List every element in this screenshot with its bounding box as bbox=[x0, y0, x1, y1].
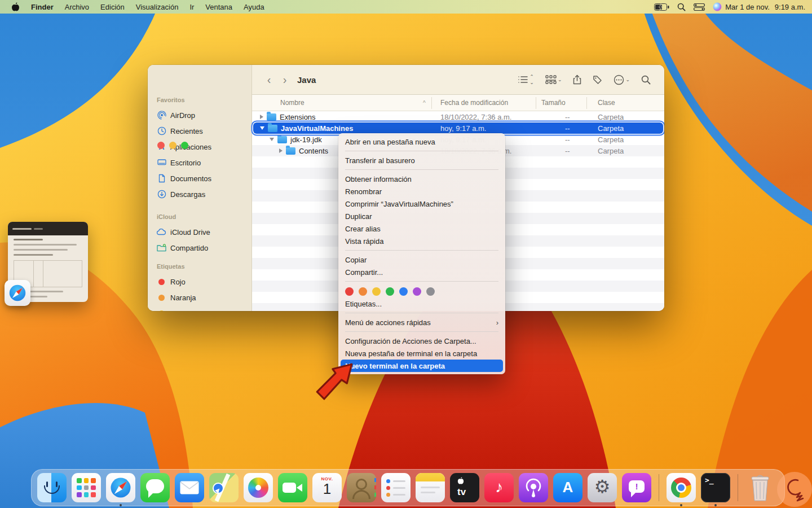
calendar-dock-icon[interactable]: NOV. 1 bbox=[312, 473, 342, 502]
menubar-item-ayuda[interactable]: Ayuda bbox=[238, 0, 270, 14]
menu-item-copiar[interactable]: Copiar bbox=[338, 253, 505, 266]
minimize-button[interactable] bbox=[169, 142, 176, 149]
mail-dock-icon[interactable] bbox=[175, 473, 204, 502]
menu-item-abrir-pestana[interactable]: Abrir en una pestaña nueva bbox=[338, 135, 505, 148]
menubar-date: Mar 1 de nov. bbox=[725, 3, 770, 11]
red-tag-button[interactable] bbox=[345, 287, 354, 296]
menu-item-nueva-pestana-terminal[interactable]: Nueva pestaña de terminal en la carpeta bbox=[338, 347, 505, 360]
menubar-item-archivo[interactable]: Archivo bbox=[59, 0, 95, 14]
appletv-dock-icon[interactable]: tv bbox=[450, 473, 479, 502]
finder-dock-icon[interactable] bbox=[37, 473, 67, 502]
apple-menu[interactable] bbox=[6, 0, 25, 14]
tag-icon[interactable] bbox=[593, 75, 602, 85]
menubar-clock[interactable]: Mar 1 de nov. 9:19 a.m. bbox=[725, 3, 805, 11]
forward-button[interactable]: › bbox=[277, 73, 293, 86]
sidebar-item-descargas[interactable]: Descargas bbox=[153, 187, 247, 201]
yellow-tag-button[interactable] bbox=[372, 287, 381, 296]
siri-icon[interactable] bbox=[713, 2, 722, 11]
menu-item-crear-alias[interactable]: Crear alias bbox=[338, 222, 505, 235]
disclosure-closed-icon[interactable] bbox=[260, 115, 263, 119]
sidebar-item-documentos[interactable]: Documentos bbox=[153, 172, 247, 185]
sidebar-item-airdrop[interactable]: AirDrop bbox=[153, 108, 247, 122]
disclosure-closed-icon[interactable] bbox=[279, 148, 283, 153]
menu-divider bbox=[345, 281, 498, 282]
menu-item-etiquetas[interactable]: Etiquetas... bbox=[338, 297, 505, 310]
column-header-nombre[interactable]: Nombre bbox=[280, 99, 304, 107]
search-icon[interactable] bbox=[677, 3, 686, 11]
file-row-extensions[interactable]: Extensions 18/10/2022, 7:36 a.m. -- Carp… bbox=[252, 111, 664, 122]
column-header-tamano[interactable]: Tamaño bbox=[541, 99, 566, 107]
safari-dock-icon[interactable] bbox=[106, 473, 135, 502]
menubar-item-visualizacion[interactable]: Visualización bbox=[130, 0, 184, 14]
sidebar-item-recientes[interactable]: Recientes bbox=[153, 124, 247, 138]
close-button[interactable] bbox=[157, 142, 165, 149]
window-controls bbox=[157, 142, 188, 149]
safari-icon[interactable] bbox=[5, 280, 30, 306]
facetime-dock-icon[interactable] bbox=[278, 473, 307, 502]
sort-caret-icon: ^ bbox=[423, 100, 426, 106]
music-dock-icon[interactable]: ♪ bbox=[484, 473, 514, 502]
menu-item-nuevo-terminal[interactable]: Nuevo terminal en la carpeta bbox=[341, 360, 503, 372]
sidebar-item-tag-rojo[interactable]: Rojo bbox=[153, 275, 247, 288]
list-view-button[interactable]: ⌃⌄ bbox=[518, 74, 534, 85]
list-column-headers: Nombre ^ Fecha de modificación Tamaño Cl… bbox=[252, 95, 664, 111]
control-center-icon[interactable] bbox=[694, 3, 705, 11]
column-header-clase[interactable]: Clase bbox=[598, 99, 615, 107]
more-actions-button[interactable]: ⌄ bbox=[614, 75, 630, 85]
sidebar-item-tag-amarillo[interactable]: Amarillo bbox=[153, 306, 247, 311]
appstore-dock-icon[interactable]: A bbox=[553, 473, 582, 502]
sidebar-item-escritorio[interactable]: Escritorio bbox=[153, 156, 247, 169]
disclosure-open-icon[interactable] bbox=[260, 126, 264, 130]
share-icon[interactable] bbox=[573, 75, 581, 85]
sidebar-item-label: Recientes bbox=[170, 127, 203, 135]
menu-item-configuracion-acciones[interactable]: Configuración de Acciones de Carpeta... bbox=[338, 335, 505, 347]
terminal-prompt-glyph: >_ bbox=[705, 476, 714, 484]
menu-item-obtener-informacion[interactable]: Obtener información bbox=[338, 173, 505, 185]
sidebar-item-label: AirDrop bbox=[170, 111, 195, 120]
orange-tag-button[interactable] bbox=[359, 287, 367, 296]
menubar-item-ventana[interactable]: Ventana bbox=[200, 0, 238, 14]
menu-item-compartir[interactable]: Compartir... bbox=[338, 266, 505, 278]
folder-icon bbox=[267, 113, 276, 121]
chrome-dock-icon[interactable] bbox=[667, 473, 696, 502]
reminders-dock-icon[interactable] bbox=[381, 473, 411, 502]
purple-tag-button[interactable] bbox=[413, 287, 421, 296]
menu-item-renombrar[interactable]: Renombrar bbox=[338, 185, 505, 198]
podcasts-dock-icon[interactable] bbox=[519, 473, 548, 502]
menu-item-duplicar[interactable]: Duplicar bbox=[338, 210, 505, 222]
menu-item-comprimir[interactable]: Comprimir “JavaVirtualMachines” bbox=[338, 198, 505, 210]
menubar-item-edicion[interactable]: Edición bbox=[95, 0, 130, 14]
back-button[interactable]: ‹ bbox=[261, 73, 277, 86]
terminal-dock-icon[interactable]: >_ bbox=[701, 473, 730, 502]
green-tag-button[interactable] bbox=[386, 287, 394, 296]
notes-dock-icon[interactable] bbox=[416, 473, 445, 502]
contacts-dock-icon[interactable] bbox=[347, 473, 376, 502]
menubar-item-ir[interactable]: Ir bbox=[184, 0, 200, 14]
feedback-dock-icon[interactable]: ! bbox=[622, 473, 651, 502]
gray-tag-button[interactable] bbox=[426, 287, 435, 296]
messages-dock-icon[interactable] bbox=[140, 473, 170, 502]
column-header-fecha[interactable]: Fecha de modificación bbox=[440, 99, 508, 107]
blue-tag-button[interactable] bbox=[399, 287, 408, 296]
photos-dock-icon[interactable] bbox=[244, 473, 273, 502]
disclosure-open-icon[interactable] bbox=[270, 138, 274, 141]
menu-item-transferir-basurero[interactable]: Transferir al basurero bbox=[338, 154, 505, 167]
search-icon[interactable] bbox=[641, 75, 651, 85]
running-indicator bbox=[120, 504, 122, 506]
file-name: jdk-19.jdk bbox=[290, 135, 322, 144]
settings-dock-icon[interactable]: ⚙ bbox=[588, 473, 617, 502]
sidebar-item-compartido[interactable]: Compartido bbox=[153, 241, 247, 255]
menubar-item-finder[interactable]: Finder bbox=[25, 0, 59, 14]
maps-dock-icon[interactable] bbox=[209, 473, 239, 502]
sidebar-item-tag-naranja[interactable]: Naranja bbox=[153, 291, 247, 304]
sidebar-item-icloud-drive[interactable]: iCloud Drive bbox=[153, 225, 247, 239]
menu-item-vista-rapida[interactable]: Vista rápida bbox=[338, 235, 505, 247]
zoom-button[interactable] bbox=[181, 142, 188, 149]
launchpad-dock-icon[interactable] bbox=[72, 473, 101, 502]
file-row-javavirtualmachines[interactable]: JavaVirtualMachines hoy, 9:17 a.m. -- Ca… bbox=[253, 122, 663, 134]
battery-charging-icon[interactable] bbox=[654, 3, 669, 11]
trash-dock-icon[interactable] bbox=[745, 473, 775, 502]
group-view-button[interactable]: ⌄ bbox=[545, 75, 562, 84]
menu-bar: Finder Archivo Edición Visualización Ir … bbox=[0, 0, 812, 14]
menu-item-acciones-rapidas[interactable]: Menú de acciones rápidas › bbox=[338, 316, 505, 329]
